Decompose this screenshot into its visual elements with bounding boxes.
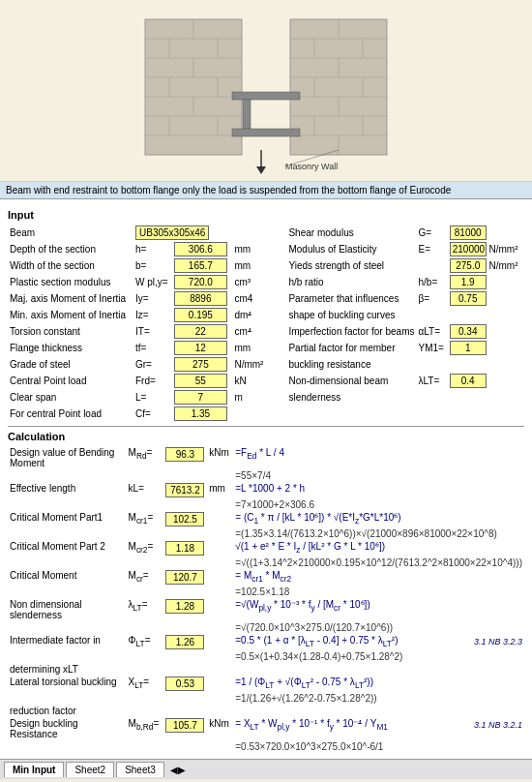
calc-unit-1: mm [207,482,233,498]
flange-label: Flange thickness [8,340,133,356]
calc-row-5: Non dimensional slenderness λLT= 1.28 =√… [8,598,524,621]
title-bar: Beam with end restraint to bottom flange… [0,182,532,199]
param-value[interactable]: 0.75 [450,291,487,306]
tab-sheet3[interactable]: Sheet3 [116,762,164,777]
buckling-label: buckling resistance [288,359,370,370]
plastic-sym: W pl,y= [135,277,168,287]
calc-value-5: 1.28 [165,599,204,614]
masonry-wall [290,19,387,155]
calc-sub-6: =0.5×(1+0.34×(1.28-0.4)+0.75×1.28^2) [8,650,524,663]
yield-label: Yieds strength of steel [288,260,384,271]
torsion-row: Torsion constant IT= 22 cm⁴ Imperfection… [8,323,524,340]
beam-value[interactable]: UB305x305x46 [135,226,209,240]
masonry-wall-label: Masonry Wall [285,162,338,171]
non-dim-value[interactable]: 0.4 [450,374,487,388]
calc-label-6: Intermediate factor in [8,634,127,650]
central-load-value[interactable]: 55 [174,374,227,388]
iy-value[interactable]: 8896 [174,291,227,306]
grade-label: Grade of steel [8,356,133,373]
hb-value[interactable]: 1.9 [450,275,487,289]
flange-row: Flange thickness tf= 12 mm Partial facto… [8,340,524,356]
grade-sym: Gr= [135,359,152,370]
calc-value-6: 1.26 [165,635,204,649]
clear-span-value[interactable]: 7 [174,390,227,405]
input-table: Beam UB305x305x46 Shear modulus G= 81000… [8,225,524,422]
calc-formula-3: √(1 + e² * E * Iz / [kL² * G * L * 10⁶]) [233,540,524,556]
param-label: Parameter that influences [288,293,399,304]
calc-sym-5: λLT= [127,598,164,621]
calc-value-2: 102.5 [165,512,204,526]
iz-row: Min. axis Moment of Inertia Iz= 0.195 dm… [8,307,524,323]
calc-sub-0: =55×7/4 [8,469,524,482]
calc-label-1: Effective length [8,482,127,498]
calc-value-3: 1.18 [165,541,204,556]
width-value[interactable]: 165.7 [174,258,227,273]
plastic-value[interactable]: 720.0 [174,275,227,289]
param-sym: β= [419,293,430,304]
plastic-unit: cm³ [234,277,251,287]
iy-label: Maj. axis Moment of Inertia [8,290,133,307]
slenderness-label: slenderness [288,392,340,403]
plastic-label: Plastic section modulus [8,274,133,290]
calc-sub-3: =√((1+3.14^2×210000×0.195×10^12/(7613.2^… [8,556,524,569]
grade-row: Grade of steel Gr= 275 N/mm² buckling re… [8,356,524,373]
tab-sheet2[interactable]: Sheet2 [66,762,114,777]
tab-scroll-icon[interactable]: ◀▶ [170,765,186,775]
calc-formula-6: =0.5 * (1 + α * [λLT - 0.4] + 0.75 * λLT… [235,635,398,648]
width-row: Width of the section b= 165.7 mm Yieds s… [8,257,524,274]
grade-value[interactable]: 275 [174,357,227,372]
shear-value[interactable]: 81000 [450,226,487,240]
elasticity-value[interactable]: 210000 [450,242,487,256]
calc-unit-0: kNm [207,446,233,469]
flange-value[interactable]: 12 [174,341,227,355]
iz-value[interactable]: 0.195 [174,308,227,322]
calc-label-0: Design value of Bending Moment [8,446,127,469]
iz-unit: dm⁴ [234,310,251,320]
calc-sym-0: MRd= [127,446,164,469]
calc-table: Design value of Bending Moment MRd= 96.3… [8,446,524,753]
calc-row-det: determining xLT [8,663,524,676]
svg-rect-1 [290,19,387,155]
width-sym: b= [135,260,146,271]
calc-sym-4: Mcr= [127,569,164,586]
calc-formula-4: = Mcr1 * Mcr2 [233,569,524,586]
hb-label: h/b ratio [288,277,323,287]
calc-formula-7: =1 / (ΦLT + √(ΦLT² - 0.75 * λLT²)) [233,676,524,692]
calc-ref-6: 3.1 NB 3.2.3 [474,637,522,647]
plastic-row: Plastic section modulus W pl,y= 720.0 cm… [8,274,524,290]
imperfection-value[interactable]: 0.34 [450,324,487,339]
yield-value[interactable]: 275.0 [450,258,487,273]
calc-sub-text-6: =0.5×(1+0.34×(1.28-0.4)+0.75×1.28^2) [233,650,524,663]
clear-span-row: Clear span L= 7 m slenderness [8,389,524,406]
tab-min-input[interactable]: Min Input [4,762,64,777]
torsion-value[interactable]: 22 [174,324,227,339]
masonry-wall-left [145,19,242,155]
iy-unit: cm4 [234,293,252,304]
calc-label-5: Non dimensional slenderness [8,598,127,621]
non-dim-sym: λLT= [419,376,440,386]
calc-sym-3: Mcr2= [127,540,164,556]
calc-sub-4: =102.5×1.18 [8,586,524,598]
beam-row: Beam UB305x305x46 Shear modulus G= 81000 [8,225,524,241]
svg-rect-18 [145,19,242,155]
calc-sym-8: Mb,Rd= [127,717,164,740]
depth-value[interactable]: 306.6 [174,242,227,256]
calc-row-0: Design value of Bending Moment MRd= 96.3… [8,446,524,469]
depth-row: Depth of the section h= 306.6 mm Modulus… [8,241,524,257]
partial-value[interactable]: 1 [450,341,487,355]
calc-value-0: 96.3 [165,447,204,462]
calc-sub-text-3: =√((1+3.14^2×210000×0.195×10^12/(7613.2^… [233,556,524,569]
tab-bar: Min Input Sheet2 Sheet3 ◀▶ [0,759,532,779]
grade-unit: N/mm² [234,359,263,370]
calc-sub-1: =7×1000+2×306.6 [8,498,524,511]
calc-sub-2: =(1.35×3.14/(7613.2×10^6))×√(21000×896×8… [8,527,524,540]
calc-sym-6: ΦLT= [127,634,164,650]
calc-sub-text-7: =1/(1.26+√(1.26^2-0.75×1.28^2)) [233,692,524,705]
input-header: Input [8,209,524,221]
partial-label: Partial factor for member [288,343,395,353]
width-label: Width of the section [8,257,133,274]
clear-span-unit: m [234,392,242,403]
diagram-area: Masonry Wall [0,0,532,182]
for-central-value[interactable]: 1.35 [174,406,227,421]
partial-sym: ΥM1= [419,343,444,353]
